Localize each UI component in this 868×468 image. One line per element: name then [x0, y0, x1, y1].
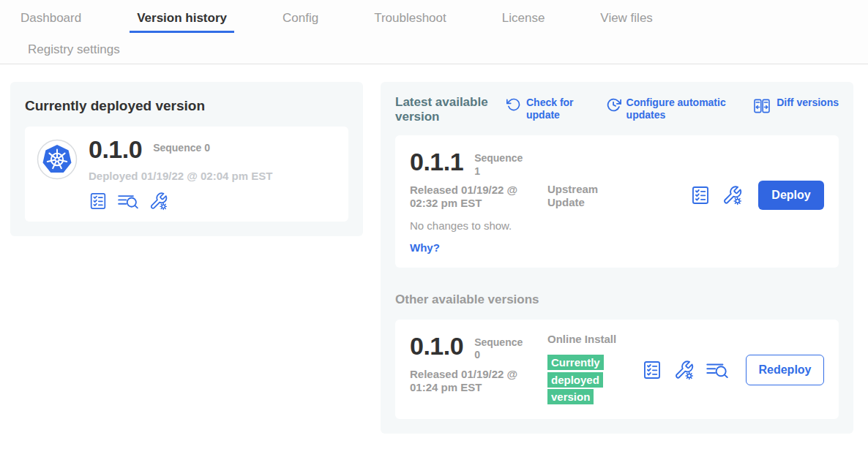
latest-released-timestamp: Released 01/19/22 @ 02:32 pm EST — [410, 184, 547, 211]
edit-config-icon[interactable] — [673, 360, 695, 380]
refresh-icon — [506, 97, 521, 112]
available-versions-panel: Latest available version Check for updat… — [381, 82, 853, 434]
other-version-number: 0.1.0 — [410, 333, 463, 360]
nav-primary-row: Dashboard Version history Config Trouble… — [0, 11, 868, 33]
latest-version-number: 0.1.1 — [410, 148, 463, 176]
diff-versions-link[interactable]: Diff versions — [752, 97, 839, 115]
deploy-button[interactable]: Deploy — [758, 181, 824, 210]
preflight-checks-icon[interactable] — [89, 192, 108, 211]
deployed-version-details: 0.1.0 Sequence 0 Deployed 01/19/22 @ 02:… — [89, 136, 272, 211]
other-sequence: Sequence 0 — [474, 333, 523, 362]
tab-dashboard[interactable]: Dashboard — [13, 11, 89, 33]
configure-automatic-updates-link[interactable]: Configure automatic updates — [606, 97, 727, 121]
deploy-logs-icon[interactable] — [117, 192, 139, 211]
tab-license[interactable]: License — [495, 11, 553, 33]
redeploy-button[interactable]: Redeploy — [746, 355, 824, 385]
panel-actions: Check for update Configure automatic upd… — [506, 95, 839, 121]
tab-version-history[interactable]: Version history — [130, 11, 234, 33]
nav-secondary-row: Registry settings — [0, 33, 868, 64]
deploy-logs-icon[interactable] — [706, 360, 729, 380]
no-changes-text: No changes to show. — [410, 219, 824, 232]
main-content: Currently deployed version — [0, 64, 868, 434]
tab-registry-settings[interactable]: Registry settings — [28, 42, 120, 57]
latest-source-label: Upstream Update — [547, 148, 617, 211]
latest-version-card: 0.1.1 Sequence 1 Released 01/19/22 @ 02:… — [395, 135, 839, 268]
deployed-version-card: 0.1.0 Sequence 0 Deployed 01/19/22 @ 02:… — [25, 127, 348, 222]
currently-deployed-title: Currently deployed version — [25, 98, 348, 114]
edit-config-icon[interactable] — [149, 192, 168, 211]
deployed-timestamp: Deployed 01/19/22 @ 02:04 pm EST — [89, 170, 272, 182]
diff-icon — [752, 97, 771, 115]
schedule-update-icon — [606, 97, 621, 113]
preflight-checks-icon[interactable] — [642, 360, 662, 380]
latest-available-title: Latest available version — [395, 95, 506, 124]
currently-deployed-panel: Currently deployed version — [10, 82, 363, 236]
deployed-sequence: Sequence 0 — [153, 136, 210, 154]
currently-deployed-badge: Currently deployed version — [547, 355, 604, 404]
preflight-checks-icon[interactable] — [690, 185, 711, 205]
tab-view-files[interactable]: View files — [593, 11, 660, 33]
other-source-label: Online Install — [547, 333, 617, 346]
other-released-timestamp: Released 01/19/22 @ 01:24 pm EST — [410, 368, 547, 395]
deployed-version-number: 0.1.0 — [89, 136, 142, 163]
latest-sequence: Sequence 1 — [474, 148, 523, 178]
other-available-versions-title: Other available versions — [395, 292, 839, 307]
top-navigation: Dashboard Version history Config Trouble… — [0, 0, 868, 64]
kubernetes-logo — [37, 139, 78, 211]
why-link[interactable]: Why? — [410, 241, 440, 254]
tab-config[interactable]: Config — [275, 11, 326, 33]
check-for-update-link[interactable]: Check for update — [506, 97, 580, 121]
other-version-card: 0.1.0 Sequence 0 Released 01/19/22 @ 01:… — [395, 320, 839, 419]
tab-troubleshoot[interactable]: Troubleshoot — [367, 11, 454, 33]
edit-config-icon[interactable] — [722, 185, 743, 205]
